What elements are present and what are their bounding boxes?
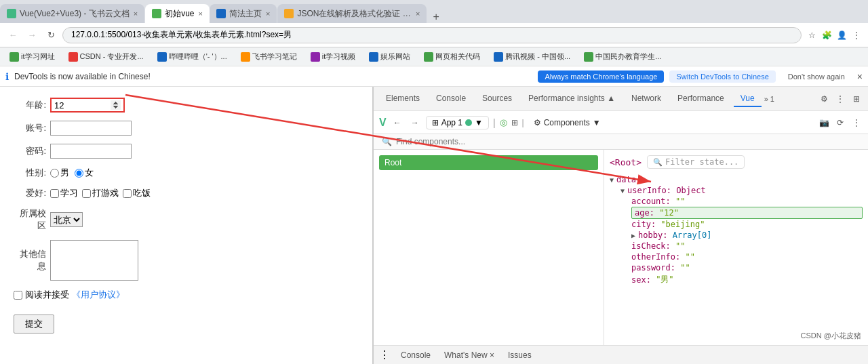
password-input[interactable] bbox=[50, 144, 132, 159]
data-collapse-icon[interactable]: ▼ bbox=[610, 176, 614, 184]
vue-more-icon[interactable]: ⋮ bbox=[850, 117, 863, 129]
account-input[interactable] bbox=[50, 121, 132, 136]
tab-close-vue[interactable]: × bbox=[134, 9, 138, 18]
tab-close-json[interactable]: × bbox=[416, 9, 420, 18]
vue-components-btn[interactable]: ⚙ Components ▼ bbox=[534, 118, 601, 127]
tab-favicon-vue bbox=[7, 9, 16, 18]
gender-male-label[interactable]: 男 bbox=[50, 167, 69, 179]
tab-close-initial[interactable]: × bbox=[199, 9, 203, 18]
bookmark-label-ent: 娱乐网站 bbox=[380, 52, 410, 62]
hobby-game-checkbox[interactable] bbox=[82, 189, 91, 198]
root-component-label: Root bbox=[384, 158, 401, 167]
hobby-study-label[interactable]: 学习 bbox=[50, 187, 78, 199]
address-bar: ← → ↻ ☆ 🧩 👤 ⋮ bbox=[0, 23, 868, 47]
always-match-button[interactable]: Always match Chrome's language bbox=[538, 70, 664, 83]
bookmark-bilibili[interactable]: 哔哩哔哩（'- '）... bbox=[153, 50, 231, 63]
bottom-tab-issues[interactable]: Issues bbox=[505, 349, 534, 361]
other-row: 其他信息 bbox=[14, 240, 359, 281]
dt-tab-sources[interactable]: Sources bbox=[475, 91, 519, 107]
dt-tab-perf[interactable]: Performance bbox=[671, 91, 731, 107]
bookmark-tencent[interactable]: 腾讯视频 - 中国领... bbox=[490, 50, 574, 63]
dt-settings-icon[interactable]: ⚙ bbox=[818, 93, 830, 105]
dont-show-button[interactable]: Don't show again bbox=[781, 70, 852, 83]
filter-state-input[interactable]: 🔍 Filter state... bbox=[647, 155, 745, 169]
bookmark-icon-bili bbox=[157, 52, 167, 62]
vue-grid-icon[interactable]: ⊞ bbox=[511, 118, 518, 127]
refresh-button[interactable]: ↻ bbox=[43, 28, 58, 43]
new-tab-button[interactable]: + bbox=[427, 11, 444, 23]
forward-button[interactable]: → bbox=[24, 28, 39, 43]
notice-close-button[interactable]: × bbox=[857, 71, 863, 82]
account-icon[interactable]: 👤 bbox=[835, 29, 848, 41]
switch-devtools-button[interactable]: Switch DevTools to Chinese bbox=[669, 70, 775, 83]
hobby-checkbox-group: 学习 打游戏 吃饭 bbox=[50, 187, 151, 199]
bookmark-it-study[interactable]: it学习网址 bbox=[5, 50, 59, 63]
bookmark-web-code[interactable]: 网页相关代码 bbox=[420, 50, 484, 63]
gender-radio-group: 男 女 bbox=[50, 167, 94, 179]
bookmark-icon[interactable]: ☆ bbox=[806, 29, 818, 41]
hobby-game-label[interactable]: 打游戏 bbox=[82, 187, 119, 199]
address-input[interactable] bbox=[62, 27, 802, 43]
vue-refresh-icon[interactable]: ⟳ bbox=[834, 117, 846, 129]
campus-select[interactable]: 北京 上海 广州 深圳 bbox=[50, 212, 83, 227]
vue-components-dropdown[interactable]: ▼ bbox=[593, 118, 601, 127]
root-component-item[interactable]: Root bbox=[379, 155, 598, 170]
dt-tab-console[interactable]: Console bbox=[429, 91, 473, 107]
dt-tab-network[interactable]: Network bbox=[625, 91, 668, 107]
dt-more-icon[interactable]: ⋮ bbox=[834, 93, 846, 105]
find-components-input[interactable] bbox=[396, 137, 860, 146]
back-button[interactable]: ← bbox=[5, 28, 20, 43]
bookmark-it-video[interactable]: it学习视频 bbox=[307, 50, 360, 63]
vue-app-button[interactable]: ⊞ App 1 ▼ bbox=[426, 116, 489, 129]
agreement-checkbox[interactable] bbox=[14, 291, 22, 300]
bookmark-edu[interactable]: 中国民办教育学生... bbox=[580, 50, 665, 63]
bookmark-csdn[interactable]: CSDN - 专业开发... bbox=[64, 50, 148, 63]
other-textarea[interactable] bbox=[50, 240, 138, 281]
agreement-link[interactable]: 《用户协议》 bbox=[72, 289, 125, 301]
gender-female-text: 女 bbox=[85, 167, 94, 179]
hobby-eat-checkbox[interactable] bbox=[123, 189, 132, 198]
more-icon[interactable]: ⋮ bbox=[850, 29, 863, 41]
inspector-header: <Root> 🔍 Filter state... bbox=[610, 155, 863, 169]
bookmark-feishu[interactable]: 飞书学习笔记 bbox=[237, 50, 301, 63]
dt-tab-more[interactable]: » 1 bbox=[764, 95, 774, 103]
tab-json[interactable]: JSON在线解析及格式化验证 - JS... × bbox=[277, 4, 427, 23]
tab-home[interactable]: 简法主页 × bbox=[210, 4, 277, 23]
bottom-dots-icon[interactable]: ⋮ bbox=[379, 348, 390, 361]
extension-icon[interactable]: 🧩 bbox=[821, 29, 833, 41]
gender-female-radio[interactable] bbox=[75, 169, 83, 178]
bookmark-icon-feishu bbox=[241, 52, 250, 62]
gender-male-radio[interactable] bbox=[50, 169, 59, 178]
dt-tab-elements[interactable]: Elements bbox=[379, 91, 427, 107]
dt-tab-performance[interactable]: Performance insights ▲ bbox=[521, 91, 622, 107]
bottom-tab-whatsnew[interactable]: What's New × bbox=[441, 349, 497, 361]
dt-undock-icon[interactable]: ⊞ bbox=[850, 93, 863, 105]
age-row: 年龄: bbox=[14, 98, 359, 113]
age-data-row: age: "12" bbox=[631, 207, 863, 219]
vue-screenshot-icon[interactable]: 📷 bbox=[818, 117, 830, 129]
vue-logo: V bbox=[379, 117, 387, 129]
tab-initial-vue[interactable]: 初始vue × bbox=[145, 4, 210, 23]
vue-back-btn[interactable]: ← bbox=[391, 116, 404, 129]
userinfo-collapse-icon[interactable]: ▼ bbox=[620, 187, 625, 195]
gender-female-label[interactable]: 女 bbox=[75, 167, 94, 179]
tab-vue-docs[interactable]: Vue(Vue2+Vue3) - 飞书云文档 × bbox=[0, 4, 144, 23]
devtools-bottom-bar: ⋮ Console What's New × Issues bbox=[374, 345, 868, 364]
campus-label: 所属校区 bbox=[14, 207, 46, 232]
age-input[interactable] bbox=[50, 98, 125, 113]
bottom-tab-console[interactable]: Console bbox=[398, 349, 433, 361]
bookmark-entertainment[interactable]: 娱乐网站 bbox=[365, 50, 414, 63]
age-label: 年龄: bbox=[14, 99, 46, 111]
dt-icons: ⚙ ⋮ ⊞ bbox=[818, 93, 863, 105]
hobby-collapse-icon[interactable]: ▶ bbox=[631, 232, 635, 239]
vue-forward-btn[interactable]: → bbox=[408, 116, 422, 129]
hobby-study-checkbox[interactable] bbox=[50, 189, 59, 198]
vue-inspect-icon[interactable]: ◎ bbox=[500, 117, 507, 127]
submit-button[interactable]: 提交 bbox=[14, 315, 54, 333]
dt-tab-vue[interactable]: Vue bbox=[734, 91, 762, 107]
root-tag[interactable]: <Root> bbox=[610, 157, 642, 167]
tab-close-home[interactable]: × bbox=[266, 9, 270, 18]
tab-label-vue: Vue(Vue2+Vue3) - 飞书云文档 bbox=[20, 8, 130, 20]
hobby-data-row: ▶ hobby: Array[0] bbox=[631, 230, 863, 241]
hobby-eat-label[interactable]: 吃饭 bbox=[123, 187, 151, 199]
